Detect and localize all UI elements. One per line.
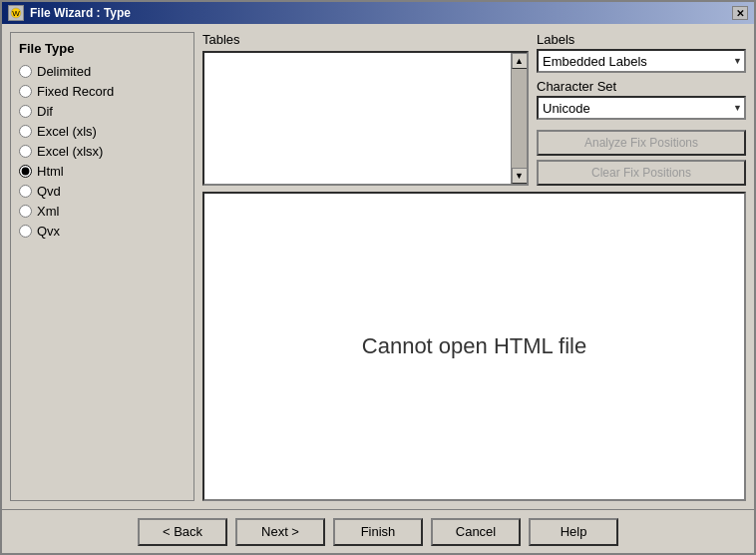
tables-label: Tables (202, 32, 529, 47)
footer: < Back Next > Finish Cancel Help (2, 509, 754, 553)
scroll-track (512, 69, 528, 168)
charset-dropdown-wrapper: Unicode ANSI UTF-8 UTF-16 (537, 96, 746, 120)
right-panel: Tables ▲ ▼ Labels (202, 32, 746, 501)
labels-dropdown-wrapper: Embedded Labels No Labels Explicit Label… (537, 49, 746, 73)
radio-qvd-label: Qvd (37, 184, 61, 199)
charset-label: Character Set (537, 79, 746, 94)
title-bar-left: W File Wizard : Type (8, 5, 131, 21)
preview-message: Cannot open HTML file (362, 333, 586, 359)
radio-qvx-label: Qvx (37, 224, 60, 239)
radio-qvd[interactable]: Qvd (19, 184, 186, 199)
svg-text:W: W (12, 9, 20, 18)
radio-delimited-input[interactable] (19, 65, 32, 78)
radio-xml-input[interactable] (19, 205, 32, 218)
file-type-radio-group: Delimited Fixed Record Dif Excel (xls) (19, 64, 186, 239)
tables-scrollbar[interactable]: ▲ ▼ (511, 53, 527, 184)
radio-excel-xlsx-label: Excel (xlsx) (37, 144, 103, 159)
file-type-label: File Type (19, 41, 186, 56)
radio-delimited-label: Delimited (37, 64, 91, 79)
radio-xml-label: Xml (37, 204, 59, 219)
radio-excel-xls-input[interactable] (19, 125, 32, 138)
finish-button[interactable]: Finish (333, 518, 423, 546)
tables-panel: Tables ▲ ▼ (202, 32, 529, 186)
back-button[interactable]: < Back (138, 518, 227, 546)
next-button[interactable]: Next > (235, 518, 325, 546)
close-button[interactable]: ✕ (732, 6, 748, 20)
wizard-icon: W (8, 5, 24, 21)
options-panel: Labels Embedded Labels No Labels Explici… (537, 32, 746, 186)
radio-qvd-input[interactable] (19, 185, 32, 198)
file-type-panel: File Type Delimited Fixed Record Dif (10, 32, 194, 501)
labels-dropdown[interactable]: Embedded Labels No Labels Explicit Label… (537, 49, 746, 73)
radio-fixed-record[interactable]: Fixed Record (19, 84, 186, 99)
analyze-positions-button[interactable]: Analyze Fix Positions (537, 130, 746, 156)
radio-excel-xlsx-input[interactable] (19, 145, 32, 158)
radio-dif-input[interactable] (19, 105, 32, 118)
help-button[interactable]: Help (529, 518, 618, 546)
radio-html-input[interactable] (19, 165, 32, 178)
cancel-button[interactable]: Cancel (431, 518, 521, 546)
radio-dif[interactable]: Dif (19, 104, 186, 119)
charset-dropdown[interactable]: Unicode ANSI UTF-8 UTF-16 (537, 96, 746, 120)
charset-field-group: Character Set Unicode ANSI UTF-8 UTF-16 (537, 79, 746, 120)
content-area: File Type Delimited Fixed Record Dif (2, 24, 754, 509)
radio-qvx[interactable]: Qvx (19, 224, 186, 239)
top-right: Tables ▲ ▼ Labels (202, 32, 746, 186)
radio-excel-xls-label: Excel (xls) (37, 124, 97, 139)
scroll-up-arrow[interactable]: ▲ (512, 53, 528, 69)
main-window: W File Wizard : Type ✕ File Type Delimit… (0, 0, 756, 555)
radio-xml[interactable]: Xml (19, 204, 186, 219)
radio-html-label: Html (37, 164, 64, 179)
scroll-down-arrow[interactable]: ▼ (512, 168, 528, 184)
radio-dif-label: Dif (37, 104, 53, 119)
labels-field-group: Labels Embedded Labels No Labels Explici… (537, 32, 746, 73)
main-area: File Type Delimited Fixed Record Dif (10, 32, 746, 501)
radio-fixed-record-input[interactable] (19, 85, 32, 98)
radio-html[interactable]: Html (19, 164, 186, 179)
radio-excel-xls[interactable]: Excel (xls) (19, 124, 186, 139)
radio-excel-xlsx[interactable]: Excel (xlsx) (19, 144, 186, 159)
radio-fixed-record-label: Fixed Record (37, 84, 114, 99)
preview-area: Cannot open HTML file (202, 192, 746, 501)
action-buttons: Analyze Fix Positions Clear Fix Position… (537, 130, 746, 186)
window-title: File Wizard : Type (30, 6, 131, 20)
title-bar: W File Wizard : Type ✕ (2, 2, 754, 24)
labels-label: Labels (537, 32, 746, 47)
radio-delimited[interactable]: Delimited (19, 64, 186, 79)
radio-qvx-input[interactable] (19, 225, 32, 238)
tables-listbox[interactable]: ▲ ▼ (202, 51, 529, 186)
clear-positions-button[interactable]: Clear Fix Positions (537, 160, 746, 186)
